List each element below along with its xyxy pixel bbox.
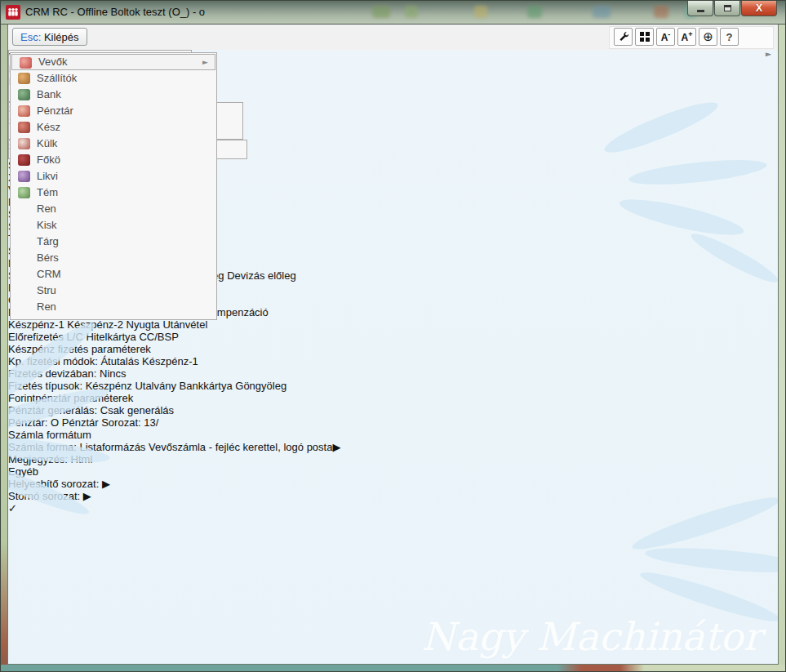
sidebar-item-label: Pénztár (37, 103, 73, 119)
window-frame-left (1, 24, 7, 671)
customers-icon (20, 57, 32, 69)
structure-icon (18, 285, 30, 296)
maximize-button[interactable] (714, 1, 740, 16)
sidebar-item[interactable]: Főkö (11, 152, 216, 168)
sidebar-item[interactable]: CRM (11, 266, 216, 283)
sidebar-item-label: Likvi (37, 168, 58, 185)
decoration (474, 6, 487, 18)
font-decrease-icon: A- (661, 30, 671, 43)
sidebar-item[interactable]: Tém (11, 185, 216, 201)
sidebar-item[interactable]: Szállítók (11, 70, 216, 87)
sidebar-item-label: Vevők (38, 55, 67, 69)
app-icon (6, 5, 20, 20)
decoration (527, 6, 542, 18)
decoration (654, 6, 668, 18)
sidebar-item-label: Külk (37, 136, 57, 152)
retail-icon (18, 220, 30, 231)
sidebar-item-label: Ren (37, 299, 56, 315)
sidebar-item[interactable]: Kész (11, 119, 216, 136)
cash-register-icon (18, 105, 30, 117)
payroll-icon (18, 252, 30, 264)
sidebar-item[interactable]: Pénztár (11, 103, 216, 119)
sidebar-item[interactable]: Ren (11, 201, 216, 217)
help-button[interactable]: ? (720, 28, 739, 46)
foreign-trade-icon (18, 138, 30, 149)
sidebar-item-label: Kisk (37, 217, 57, 234)
sidebar-item-label: Ren (37, 201, 56, 217)
exit-label: Kilépés (44, 31, 79, 43)
wrench-icon (618, 31, 629, 42)
sidebar-item-label: Stru (37, 283, 56, 299)
sidebar-item[interactable]: Kisk (11, 217, 216, 234)
main-menu-sidebar: Vevők ► Szállítók Bank Pénztár Kész Külk… (10, 52, 217, 320)
maximize-icon (724, 5, 731, 11)
sidebar-item[interactable]: Tárg (11, 234, 216, 250)
window-titlebar[interactable]: CRM RC - Offline Boltok teszt (O_) - o X (1, 1, 785, 24)
toolbar-icon-panel: A- A+ ⊕ ? (609, 26, 774, 49)
help-icon: ? (726, 31, 733, 43)
close-icon: X (756, 2, 762, 14)
font-increase-icon: A+ (682, 30, 693, 43)
exit-button[interactable]: Esc: Kilépés (12, 28, 87, 46)
window-frame-bottom (1, 665, 785, 671)
system-icon (18, 301, 30, 313)
projects-icon (18, 187, 30, 198)
suppliers-icon (18, 73, 30, 84)
window-frame-right (779, 24, 785, 671)
inventory-icon (18, 122, 30, 133)
grid-button[interactable] (635, 28, 654, 46)
sidebar-item[interactable]: Bérs (11, 250, 216, 266)
grid-icon (640, 32, 650, 42)
client-area: Esc: Kilépés A- A+ ⊕ ? (7, 24, 779, 665)
globe-icon: ⊕ (703, 31, 713, 43)
sidebar-item[interactable]: Külk (11, 136, 216, 152)
minimize-icon (697, 10, 704, 12)
minimize-button[interactable] (687, 1, 713, 16)
sidebar-item-label: Főkö (37, 152, 60, 168)
watermark-text: Nagy Machinátor (422, 614, 762, 659)
liquidity-icon (18, 171, 30, 182)
sidebar-item[interactable]: Bank (11, 87, 216, 103)
globe-button[interactable]: ⊕ (699, 28, 717, 46)
sidebar-item[interactable]: Likvi (11, 168, 216, 185)
ledger-icon (18, 154, 30, 166)
orders-icon (18, 203, 30, 215)
decoration (372, 6, 390, 18)
close-button[interactable]: X (741, 1, 777, 16)
sidebar-item[interactable]: Stru (11, 283, 216, 299)
sidebar-item[interactable]: Ren (11, 299, 216, 315)
assets-icon (18, 236, 30, 247)
font-increase-button[interactable]: A+ (677, 28, 696, 46)
sidebar-item-label: Tárg (37, 234, 59, 250)
sidebar-item-label: Tém (37, 185, 58, 201)
sidebar-item-label: CRM (37, 266, 61, 283)
submenu-arrow-icon: ► (202, 55, 208, 69)
toolbar: Esc: Kilépés A- A+ ⊕ ? (8, 24, 778, 51)
font-decrease-button[interactable]: A- (656, 28, 675, 46)
crm-icon (18, 269, 30, 280)
wrench-button[interactable] (614, 28, 633, 46)
window-title: CRM RC - Offline Boltok teszt (O_) - o (25, 6, 205, 18)
workspace: Nagy Machinátor Vevők ► Szállítók Bank P… (8, 50, 778, 664)
sidebar-item-label: Kész (37, 119, 60, 136)
app-window: CRM RC - Offline Boltok teszt (O_) - o X… (0, 0, 786, 672)
sidebar-item-vevok[interactable]: Vevők ► (11, 54, 215, 70)
decoration (593, 6, 611, 18)
esc-key-label: Esc: (20, 31, 41, 43)
sidebar-item-label: Bérs (37, 250, 59, 266)
decoration (405, 6, 418, 18)
sidebar-item-label: Bank (37, 87, 61, 103)
sidebar-item-label: Szállítók (37, 70, 77, 87)
bank-icon (18, 89, 30, 100)
